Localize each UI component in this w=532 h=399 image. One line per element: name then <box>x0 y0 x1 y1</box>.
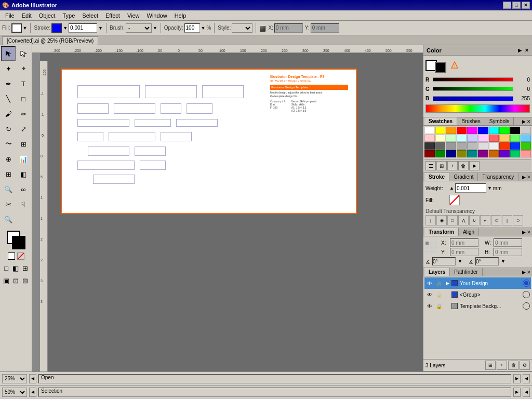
swatch-37[interactable] <box>499 150 510 157</box>
swatches-tab[interactable]: Swatches <box>424 117 457 125</box>
angle2-arrow[interactable]: ▼ <box>501 259 506 264</box>
pencil-tool[interactable]: ✏ <box>16 107 31 121</box>
normal-mode[interactable]: □ <box>2 263 10 273</box>
layer-visibility-2[interactable]: 👁 <box>425 290 434 299</box>
swatch-0[interactable] <box>424 127 435 134</box>
mask-mode[interactable]: ◧ <box>11 263 20 273</box>
swatch-30[interactable] <box>424 150 435 157</box>
layer-target-1[interactable] <box>523 280 530 287</box>
stroke-join-round[interactable]: ∪ <box>469 215 480 225</box>
swatch-32[interactable] <box>446 150 456 157</box>
magic-wand-tool[interactable]: ✦ <box>1 61 16 76</box>
symbol-sprayer-tool[interactable]: ⊕ <box>1 152 16 166</box>
screen-mode3[interactable]: ⊟ <box>21 275 30 286</box>
layer-target-3[interactable] <box>523 302 530 310</box>
swatch-1[interactable] <box>435 127 446 134</box>
swatch-18[interactable] <box>510 135 521 142</box>
paintbrush-tool[interactable]: 🖌 <box>1 107 16 121</box>
transform-close[interactable]: ✕ <box>527 230 531 235</box>
layer-visibility-3[interactable]: 👁 <box>425 302 434 310</box>
screen-mode1[interactable]: ▣ <box>2 275 10 286</box>
swatch-35[interactable] <box>478 150 488 157</box>
align-tab[interactable]: Align <box>459 228 479 236</box>
swatch-list-btn[interactable]: ☰ <box>425 161 436 170</box>
swatch-36[interactable] <box>489 150 499 157</box>
stroke-arrow[interactable]: ▼ <box>63 25 68 31</box>
default-fill[interactable] <box>8 252 15 260</box>
swatch-39[interactable] <box>521 150 531 157</box>
swatch-17[interactable] <box>499 135 510 142</box>
swatch-8[interactable] <box>510 127 521 134</box>
status-left-arrow[interactable]: ◀ <box>29 374 36 383</box>
stroke-align-in[interactable]: ⊂ <box>491 215 501 225</box>
layers-close[interactable]: ✕ <box>527 270 531 275</box>
swatch-grid-btn[interactable]: ⊞ <box>436 161 447 170</box>
brush-arrow[interactable]: ▼ <box>153 25 157 31</box>
eyedropper-tool[interactable]: 🔍 <box>1 182 16 196</box>
menu-effect[interactable]: Effect <box>102 11 123 20</box>
transform-h-input[interactable] <box>494 248 522 256</box>
swatch-38[interactable] <box>510 150 521 157</box>
warp-tool[interactable]: 〜 <box>1 137 16 151</box>
scissors-tool[interactable]: ✂ <box>1 197 16 211</box>
style-select[interactable] <box>232 23 252 33</box>
layer-locate-btn[interactable]: ⊞ <box>485 361 496 370</box>
swatch-29[interactable] <box>521 142 531 150</box>
full-screen[interactable]: ⊞ <box>21 263 30 273</box>
layer-lock-1[interactable]: 🔒 <box>435 279 443 287</box>
swatch-15[interactable] <box>478 135 488 142</box>
stroke-align-center[interactable]: | <box>502 215 512 225</box>
stroke-value-input[interactable] <box>69 23 97 33</box>
fill-none-icon[interactable] <box>449 195 460 205</box>
menu-help[interactable]: Help <box>171 11 190 20</box>
swatch-25[interactable] <box>478 142 488 150</box>
stroke-align-out[interactable]: ⊃ <box>513 215 523 225</box>
stroke-join-bevel[interactable]: ⌐ <box>480 215 490 225</box>
canvas-content[interactable]: -200 -1 -1 -5 0 5 1 1 2 2 3 3 <box>40 53 423 371</box>
swatch-22[interactable] <box>446 142 456 150</box>
weight-up[interactable]: ▲ <box>449 185 454 191</box>
swatch-3[interactable] <box>457 127 467 134</box>
opacity-arrow[interactable]: ▼ <box>201 25 206 31</box>
hand-tool[interactable]: ☟ <box>16 197 31 211</box>
transform-menu[interactable]: ▶ <box>522 230 526 235</box>
status2-right-arrow[interactable]: ▶ <box>513 388 521 397</box>
swatch-31[interactable] <box>435 150 446 157</box>
layers-tab[interactable]: Layers <box>424 268 450 276</box>
menu-type[interactable]: Type <box>60 11 78 20</box>
maximize-button[interactable]: □ <box>512 2 521 9</box>
symbols-tab[interactable]: Symbols <box>485 117 514 125</box>
swatch-16[interactable] <box>489 135 499 142</box>
swatch-del-btn[interactable]: 🗑 <box>458 161 469 170</box>
swatch-5[interactable] <box>478 127 488 134</box>
swatches-menu[interactable]: ▶ <box>522 119 526 124</box>
swatch-33[interactable] <box>457 150 467 157</box>
close-button[interactable]: ✕ <box>522 2 530 9</box>
zoom-select[interactable]: 25% 50% 75% 100% <box>2 374 27 383</box>
swatches-close[interactable]: ✕ <box>527 119 531 124</box>
rectangle-tool[interactable]: □ <box>16 91 31 106</box>
x-input[interactable] <box>274 23 303 33</box>
transform-w-input[interactable] <box>494 238 522 247</box>
swatch-28[interactable] <box>510 142 521 150</box>
menu-view[interactable]: View <box>124 11 143 20</box>
fill-color-box[interactable] <box>11 23 22 33</box>
swatch-7[interactable] <box>499 127 510 134</box>
line-tool[interactable]: ╲ <box>1 91 16 106</box>
layer-del-btn[interactable]: 🗑 <box>508 361 518 370</box>
swatch-11[interactable] <box>435 135 446 142</box>
layer-lock-2[interactable]: 🔒 <box>435 290 443 299</box>
status-far-right[interactable]: ◀ <box>523 374 530 383</box>
red-slider[interactable] <box>433 77 513 82</box>
screen-mode2[interactable]: ⊡ <box>11 275 20 286</box>
weight-down[interactable]: ▼ <box>487 185 492 191</box>
swatch-4[interactable] <box>467 127 477 134</box>
stroke-cap-square[interactable]: □ <box>447 215 458 225</box>
swatch-19[interactable] <box>521 135 531 142</box>
layer-expand-1[interactable]: ▶ <box>444 280 450 286</box>
layer-target-2[interactable] <box>523 291 530 298</box>
transform-reference-grid[interactable] <box>425 242 437 253</box>
pathfinder-tab[interactable]: Pathfinder <box>450 268 483 276</box>
minimize-button[interactable]: _ <box>503 2 511 9</box>
layer-expand-3[interactable] <box>444 303 450 309</box>
